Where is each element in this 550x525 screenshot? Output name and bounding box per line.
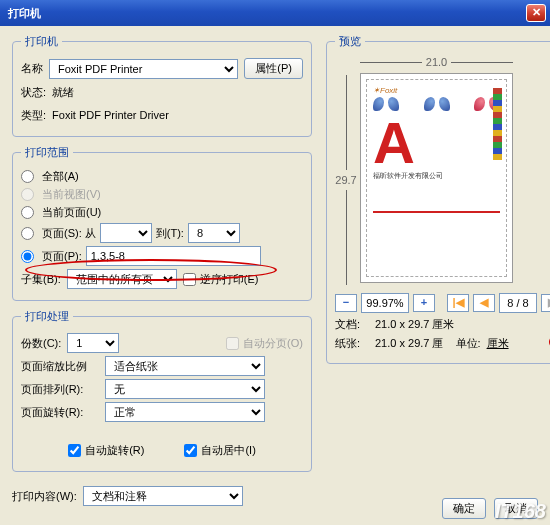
zoom-in-button[interactable]: + bbox=[413, 294, 435, 312]
radio-pages-s[interactable] bbox=[21, 227, 34, 240]
radio-current-view bbox=[21, 188, 34, 201]
type-value: Foxit PDF Printer Driver bbox=[52, 109, 169, 121]
rotate-select[interactable]: 正常 bbox=[105, 402, 265, 422]
doc-value: 21.0 x 29.7 厘米 bbox=[375, 317, 455, 332]
zoom-out-button[interactable]: − bbox=[335, 294, 357, 312]
range-group: 打印范围 全部(A) 当前视图(V) 当前页面(U) 页面(S): 从 到(T)… bbox=[12, 145, 312, 301]
range-legend: 打印范围 bbox=[21, 145, 73, 160]
pages-p-input[interactable] bbox=[86, 246, 261, 266]
print-what-label: 打印内容(W): bbox=[12, 489, 77, 504]
pages-s-label: 页面(S): 从 bbox=[42, 226, 96, 241]
auto-rotate-checkbox[interactable] bbox=[68, 444, 81, 457]
unit-value: 厘米 bbox=[487, 336, 509, 351]
rotate-label: 页面旋转(R): bbox=[21, 405, 99, 420]
reverse-checkbox[interactable] bbox=[183, 273, 196, 286]
radio-all[interactable] bbox=[21, 170, 34, 183]
zoom-input[interactable] bbox=[361, 293, 409, 313]
pages-p-label: 页面(P): bbox=[42, 249, 82, 264]
butterfly-icon bbox=[373, 97, 399, 115]
properties-button[interactable]: 属性(P) bbox=[244, 58, 303, 79]
radio-all-label: 全部(A) bbox=[42, 169, 79, 184]
auto-center-checkbox[interactable] bbox=[184, 444, 197, 457]
handling-group: 打印处理 份数(C): 1 自动分页(O) 页面缩放比例 适合纸张 页面排列(R… bbox=[12, 309, 312, 472]
printer-name-select[interactable]: Foxit PDF Printer bbox=[49, 59, 238, 79]
ok-button[interactable]: 确定 bbox=[442, 498, 486, 519]
cancel-button[interactable]: 取消 bbox=[494, 498, 538, 519]
prev-page-button[interactable]: ◀ bbox=[473, 294, 495, 312]
status-value: 就绪 bbox=[52, 85, 74, 100]
reverse-label: 逆序打印(E) bbox=[200, 272, 259, 287]
paper-value: 21.0 x 29.7 厘 bbox=[375, 336, 444, 351]
copies-label: 份数(C): bbox=[21, 336, 61, 351]
type-label: 类型: bbox=[21, 108, 46, 123]
letter-a-icon: A bbox=[373, 119, 500, 167]
collate-label: 自动分页(O) bbox=[243, 336, 303, 351]
company-text: 福昕软件开发有限公司 bbox=[373, 171, 500, 181]
scale-label: 页面缩放比例 bbox=[21, 359, 99, 374]
auto-rotate-label: 自动旋转(R) bbox=[85, 443, 144, 458]
handling-legend: 打印处理 bbox=[21, 309, 73, 324]
radio-pages-p[interactable] bbox=[21, 250, 34, 263]
radio-current-page-label: 当前页面(U) bbox=[42, 205, 101, 220]
from-select[interactable] bbox=[100, 223, 152, 243]
arrange-select[interactable]: 无 bbox=[105, 379, 265, 399]
printer-group: 打印机 名称 Foxit PDF Printer 属性(P) 状态: 就绪 类型… bbox=[12, 34, 312, 137]
radio-current-view-label: 当前视图(V) bbox=[42, 187, 101, 202]
collate-checkbox bbox=[226, 337, 239, 350]
subset-select[interactable]: 范围中的所有页 bbox=[67, 269, 177, 289]
close-icon[interactable]: ✕ bbox=[526, 4, 546, 22]
subset-label: 子集(B): bbox=[21, 272, 61, 287]
auto-center-label: 自动居中(I) bbox=[201, 443, 255, 458]
preview-area: 21.0 29.7 ✶Foxit A 福昕软件开发有限公司 bbox=[335, 55, 550, 287]
arrange-label: 页面排列(R): bbox=[21, 382, 99, 397]
doc-label: 文档: bbox=[335, 317, 369, 332]
butterfly-icon bbox=[424, 97, 450, 115]
status-label: 状态: bbox=[21, 85, 46, 100]
preview-group: 预览 21.0 29.7 ✶Foxit A 福昕软件开发有限公司 bbox=[326, 34, 550, 364]
preview-page: ✶Foxit A 福昕软件开发有限公司 bbox=[360, 73, 513, 283]
window-title: 打印机 bbox=[8, 6, 526, 21]
radio-current-page[interactable] bbox=[21, 206, 34, 219]
paper-label: 纸张: bbox=[335, 336, 369, 351]
scale-select[interactable]: 适合纸张 bbox=[105, 356, 265, 376]
page-indicator[interactable] bbox=[499, 293, 537, 313]
printer-legend: 打印机 bbox=[21, 34, 62, 49]
unit-label: 单位: bbox=[456, 336, 481, 351]
print-what-select[interactable]: 文档和注释 bbox=[83, 486, 243, 506]
color-swatch-icon bbox=[493, 88, 502, 160]
to-select[interactable]: 8 bbox=[188, 223, 240, 243]
preview-height: 29.7 bbox=[335, 170, 356, 190]
first-page-button[interactable]: |◀ bbox=[447, 294, 469, 312]
name-label: 名称 bbox=[21, 61, 43, 76]
titlebar: 打印机 ✕ bbox=[0, 0, 550, 26]
to-label: 到(T): bbox=[156, 226, 184, 241]
preview-legend: 预览 bbox=[335, 34, 365, 49]
next-page-button[interactable]: ▶ bbox=[541, 294, 550, 312]
copies-input[interactable]: 1 bbox=[67, 333, 119, 353]
preview-width: 21.0 bbox=[422, 56, 451, 68]
